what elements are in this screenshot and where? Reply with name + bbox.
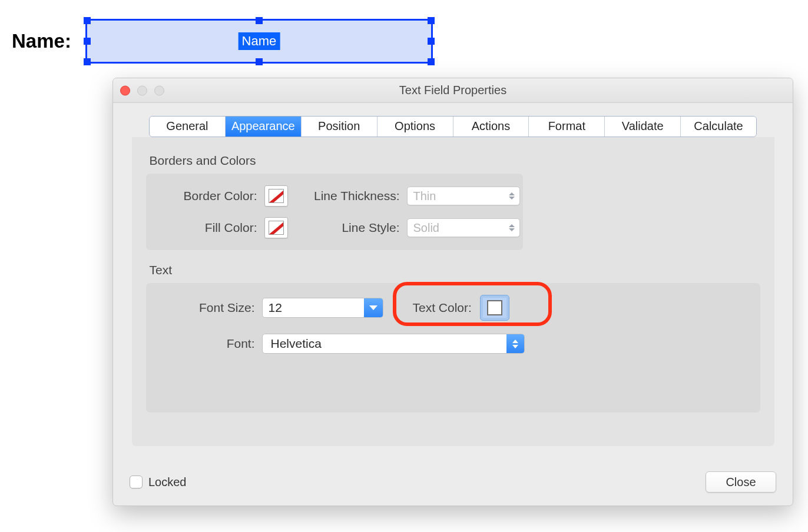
line-style-select[interactable]: Solid — [407, 218, 520, 237]
close-button[interactable]: Close — [706, 471, 776, 493]
tab-general[interactable]: General — [150, 117, 226, 137]
tab-validate[interactable]: Validate — [605, 117, 681, 137]
color-preview — [487, 300, 502, 315]
chevron-down-icon — [369, 305, 377, 310]
chevron-up-down-icon — [509, 192, 515, 200]
borders-colors-section: Border Color: Line Thickness: Thin Fill … — [146, 174, 523, 250]
tab-panel-appearance: Borders and Colors Border Color: Line Th… — [132, 137, 774, 446]
tab-actions[interactable]: Actions — [453, 117, 529, 137]
field-name-badge: Name — [239, 32, 280, 50]
line-style-value: Solid — [413, 221, 439, 235]
border-color-swatch[interactable] — [264, 185, 288, 207]
font-value: Helvetica — [263, 337, 322, 351]
no-color-icon — [269, 221, 284, 235]
tab-appearance[interactable]: Appearance — [226, 117, 302, 137]
dialog-footer: Locked Close — [130, 471, 776, 493]
line-thickness-select[interactable]: Thin — [407, 187, 520, 205]
fill-color-swatch[interactable] — [264, 217, 288, 238]
no-color-icon — [269, 189, 284, 203]
dialog-titlebar: Text Field Properties — [113, 78, 793, 103]
border-color-label: Border Color: — [159, 189, 262, 203]
tab-options[interactable]: Options — [377, 117, 453, 137]
dialog-title: Text Field Properties — [399, 84, 506, 97]
font-dropdown-button[interactable] — [506, 334, 524, 353]
locked-checkbox-group: Locked — [130, 476, 187, 489]
text-heading: Text — [150, 263, 760, 277]
window-close-button[interactable] — [120, 85, 130, 95]
chevron-up-icon — [512, 340, 518, 343]
borders-colors-heading: Borders and Colors — [150, 154, 760, 168]
font-label: Font: — [159, 337, 262, 351]
locked-label: Locked — [148, 476, 187, 489]
line-thickness-label: Line Thickness: — [299, 189, 405, 203]
text-field-properties-dialog: Text Field Properties General Appearance… — [112, 78, 793, 506]
chevron-down-icon — [512, 345, 518, 348]
line-thickness-value: Thin — [413, 189, 436, 203]
text-color-group: Text Color: — [413, 295, 509, 321]
field-label: Name: — [12, 30, 71, 52]
resize-handle[interactable] — [84, 58, 91, 65]
resize-handle[interactable] — [428, 17, 435, 24]
resize-handle[interactable] — [84, 38, 91, 45]
close-button-label: Close — [726, 476, 756, 489]
line-style-label: Line Style: — [299, 221, 405, 235]
tab-format[interactable]: Format — [529, 117, 605, 137]
resize-handle[interactable] — [428, 38, 435, 45]
tab-position[interactable]: Position — [302, 117, 377, 137]
resize-handle[interactable] — [428, 58, 435, 65]
text-field-preview: Name: Name — [12, 19, 433, 64]
font-size-label: Font Size: — [159, 301, 262, 315]
text-section: Font Size: 12 Text Color: — [146, 283, 760, 413]
font-size-dropdown-button[interactable] — [364, 298, 383, 317]
resize-handle[interactable] — [84, 17, 91, 24]
window-minimize-button[interactable] — [137, 85, 147, 95]
chevron-up-down-icon — [509, 224, 515, 231]
font-size-field[interactable]: 12 — [262, 298, 383, 318]
text-color-label: Text Color: — [413, 301, 472, 315]
selected-field-box[interactable]: Name — [85, 19, 433, 64]
text-color-swatch[interactable] — [480, 295, 509, 321]
tab-calculate[interactable]: Calculate — [681, 117, 756, 137]
fill-color-label: Fill Color: — [159, 221, 262, 235]
font-field[interactable]: Helvetica — [262, 334, 525, 354]
locked-checkbox[interactable] — [130, 476, 143, 488]
resize-handle[interactable] — [256, 58, 263, 65]
window-zoom-button[interactable] — [154, 85, 164, 95]
tab-bar: General Appearance Position Options Acti… — [149, 116, 757, 137]
window-controls — [120, 85, 164, 95]
font-size-value: 12 — [263, 301, 282, 315]
resize-handle[interactable] — [256, 17, 263, 24]
